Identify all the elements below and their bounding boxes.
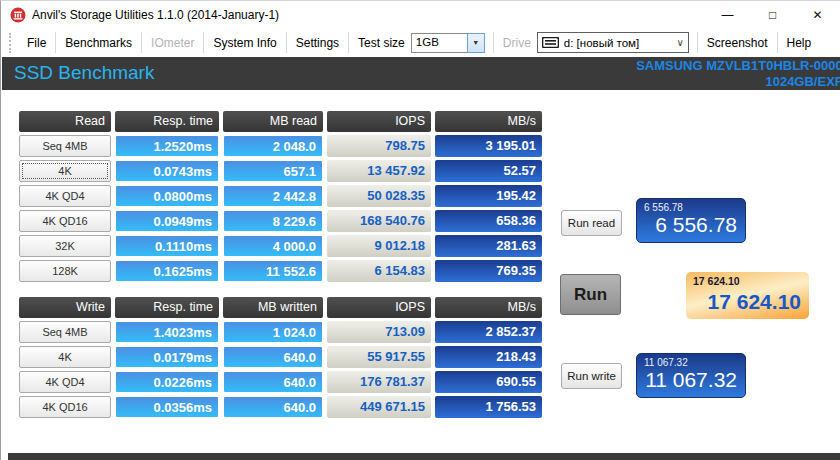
menu-iometer: IOmeter <box>142 29 203 56</box>
cell-iops: 50 028.35 <box>327 185 431 207</box>
device-capacity-firmware: 1024GB/EXF7 <box>636 74 840 90</box>
total-score-small: 17 624.10 <box>693 275 740 287</box>
menu-benchmarks[interactable]: Benchmarks <box>56 29 141 56</box>
read-table: ReadResp. timeMB readIOPSMB/sSeq 4MB1.25… <box>19 111 542 282</box>
table-row: Seq 4MB1.2520ms2 048.0798.753 195.01 <box>19 135 542 157</box>
minimize-button[interactable]: — <box>705 1 750 29</box>
read-score-small: 6 556.78 <box>644 202 683 213</box>
total-score-value: 17 624.10 <box>708 290 801 314</box>
cell-mb: 8 229.6 <box>223 210 323 232</box>
test-button-32k[interactable]: 32K <box>19 235 111 257</box>
dropdown-arrow-icon[interactable]: ▼ <box>467 33 485 53</box>
cell-mbs: 658.36 <box>435 210 542 232</box>
header-band: SSD Benchmark SAMSUNG MZVLB1T0HBLR-00000… <box>2 57 840 90</box>
menu-screenshot[interactable]: Screenshot <box>698 29 777 56</box>
table-row: 4K QD40.0226ms640.0176 781.37690.55 <box>19 371 542 393</box>
cell-mb: 2 442.8 <box>223 185 323 207</box>
write-score-box: 11 067.32 11 067.32 <box>636 353 746 398</box>
test-button-4k-qd16[interactable]: 4K QD16 <box>19 210 111 232</box>
total-score-box: 17 624.10 17 624.10 <box>686 272 809 319</box>
run-read-button[interactable]: Run read <box>561 210 622 236</box>
device-model: SAMSUNG MZVLB1T0HBLR-00000 <box>636 58 840 74</box>
cell-resp: 0.0179ms <box>115 346 219 368</box>
cell-mbs: 3 195.01 <box>435 135 542 157</box>
menu-system-info[interactable]: System Info <box>204 29 285 56</box>
test-button-4k[interactable]: 4K <box>19 346 111 368</box>
table-row: 4K0.0743ms657.113 457.9252.57 <box>19 160 542 182</box>
test-button-4k-qd4[interactable]: 4K QD4 <box>19 371 111 393</box>
cell-resp: 0.0226ms <box>115 371 219 393</box>
device-info: SAMSUNG MZVLB1T0HBLR-00000 1024GB/EXF7 <box>636 58 840 89</box>
test-size-combo[interactable]: 1GB ▼ <box>411 33 485 53</box>
cell-iops: 13 457.92 <box>327 160 431 182</box>
window-title: Anvil's Storage Utilities 1.1.0 (2014-Ja… <box>32 8 279 22</box>
cell-mb: 1 024.0 <box>223 321 323 343</box>
menu-bar: File Benchmarks IOmeter System Info Sett… <box>2 29 840 56</box>
maximize-button[interactable]: □ <box>750 1 795 29</box>
cell-mbs: 2 852.37 <box>435 321 542 343</box>
column-header-resp-time: Resp. time <box>115 297 219 318</box>
column-header-write: Write <box>19 297 111 318</box>
cell-iops: 176 781.37 <box>327 371 431 393</box>
cell-mbs: 769.35 <box>435 260 542 282</box>
cell-resp: 1.2520ms <box>115 135 219 157</box>
table-row: Seq 4MB1.4023ms1 024.0713.092 852.37 <box>19 321 542 343</box>
drive-combo[interactable]: d: [новый том] ∨ <box>537 32 689 53</box>
cell-mb: 2 048.0 <box>223 135 323 157</box>
cell-mb: 640.0 <box>223 396 323 418</box>
cell-resp: 0.0800ms <box>115 185 219 207</box>
cell-resp: 0.1625ms <box>115 260 219 282</box>
drive-icon <box>542 37 559 48</box>
cell-iops: 713.09 <box>327 321 431 343</box>
write-score-value: 11 067.32 <box>645 368 737 392</box>
column-header-resp-time: Resp. time <box>115 111 219 132</box>
test-size-value[interactable]: 1GB <box>411 33 467 53</box>
read-score-box: 6 556.78 6 556.78 <box>636 198 746 243</box>
write-score-small: 11 067.32 <box>644 357 688 368</box>
drive-value: d: [новый том] <box>564 37 677 49</box>
test-button-seq-4mb[interactable]: Seq 4MB <box>19 135 111 157</box>
menu-help[interactable]: Help <box>778 29 821 56</box>
cell-resp: 0.0743ms <box>115 160 219 182</box>
column-header-mb-written: MB written <box>223 297 323 318</box>
table-row: 4K QD160.0949ms8 229.6168 540.76658.36 <box>19 210 542 232</box>
write-table: WriteResp. timeMB writtenIOPSMB/sSeq 4MB… <box>19 297 542 418</box>
cell-mbs: 218.43 <box>435 346 542 368</box>
cell-mbs: 281.63 <box>435 235 542 257</box>
page-title: SSD Benchmark <box>14 62 154 84</box>
run-button[interactable]: Run <box>560 274 621 315</box>
cell-iops: 449 671.15 <box>327 396 431 418</box>
cell-mb: 657.1 <box>223 160 323 182</box>
test-button-128k[interactable]: 128K <box>19 260 111 282</box>
cell-resp: 1.4023ms <box>115 321 219 343</box>
table-gap <box>19 285 542 297</box>
footer-band <box>8 453 840 460</box>
read-score-value: 6 556.78 <box>655 213 737 237</box>
cell-mbs: 690.55 <box>435 371 542 393</box>
chevron-down-icon: ∨ <box>676 37 683 48</box>
cell-iops: 9 012.18 <box>327 235 431 257</box>
column-header-read: Read <box>19 111 111 132</box>
menu-settings[interactable]: Settings <box>287 29 348 56</box>
run-write-button[interactable]: Run write <box>561 363 622 389</box>
cell-mbs: 52.57 <box>435 160 542 182</box>
column-header-mb-s: MB/s <box>435 297 542 318</box>
table-row: 4K0.0179ms640.055 917.55218.43 <box>19 346 542 368</box>
column-header-mb-read: MB read <box>223 111 323 132</box>
column-header-mb-s: MB/s <box>435 111 542 132</box>
app-logo-icon <box>10 7 26 23</box>
close-button[interactable]: ✕ <box>795 1 840 29</box>
cell-resp: 0.0356ms <box>115 396 219 418</box>
window-controls: — □ ✕ <box>705 1 840 29</box>
menu-file[interactable]: File <box>18 29 55 56</box>
cell-resp: 0.1110ms <box>115 235 219 257</box>
cell-mbs: 195.42 <box>435 185 542 207</box>
cell-iops: 55 917.55 <box>327 346 431 368</box>
cell-iops: 168 540.76 <box>327 210 431 232</box>
test-button-seq-4mb[interactable]: Seq 4MB <box>19 321 111 343</box>
cell-mb: 640.0 <box>223 371 323 393</box>
test-button-4k[interactable]: 4K <box>19 160 111 182</box>
cell-mb: 11 552.6 <box>223 260 323 282</box>
test-button-4k-qd16[interactable]: 4K QD16 <box>19 396 111 418</box>
test-button-4k-qd4[interactable]: 4K QD4 <box>19 185 111 207</box>
